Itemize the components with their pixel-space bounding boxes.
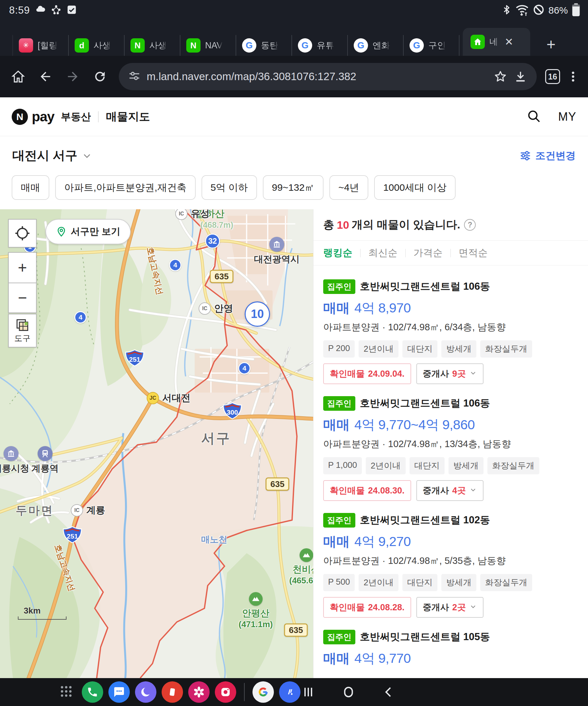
android-dock — [0, 678, 588, 706]
district-only-button[interactable]: 서구만 보기 — [45, 219, 131, 244]
map-tools-button[interactable]: 도구 — [8, 314, 37, 348]
dock-app-clipboard[interactable] — [162, 681, 183, 703]
naver-pay-logo[interactable]: N pay 부동산 — [12, 109, 91, 125]
listing-tag: 화장실두개 — [480, 340, 532, 358]
active-tab[interactable]: 네 ✕ — [463, 28, 530, 56]
confirm-date: 24.09.04. — [368, 369, 405, 379]
browser-tab[interactable]: G유튜 — [292, 35, 348, 56]
confirm-date: 24.08.30. — [368, 486, 405, 496]
tab-switcher-button[interactable]: 16 — [545, 69, 560, 84]
dock-app-flower[interactable] — [188, 681, 210, 703]
browser-tab[interactable]: NNAV — [181, 35, 236, 56]
sort-option[interactable]: 면적순 — [459, 246, 488, 260]
dock-app-camera[interactable] — [215, 681, 236, 703]
listing-title: 호반써밋그랜드센트럴 106동 — [360, 396, 490, 410]
confirmed-listing-button[interactable]: 확인매물24.08.28. — [323, 597, 411, 618]
search-icon[interactable] — [526, 109, 541, 125]
confirmed-listing-button[interactable]: 확인매물24.08.30. — [323, 480, 411, 501]
listing-tags: P 2002년이내대단지방세개화장실두개 — [323, 340, 578, 358]
nav-recents-button[interactable] — [299, 682, 318, 702]
dock-app-google[interactable] — [252, 681, 274, 703]
naver-logo-icon: N — [12, 109, 28, 125]
reload-icon[interactable] — [91, 68, 109, 86]
browser-tab[interactable]: G엔화 — [348, 35, 404, 56]
agents-button[interactable]: 중개사4곳 — [416, 480, 483, 501]
agent-count: 4곳 — [453, 485, 466, 497]
partial-tab[interactable] — [2, 35, 13, 56]
map[interactable]: 서구두마면갑하산(468.7m)매노천호남고속지선호남고속지선IC유성JC서대전… — [0, 209, 313, 678]
filter-chip[interactable]: 1000세대 이상 — [374, 175, 456, 200]
listing-item[interactable]: 집주인호반써밋그랜드센트럴 106동매매4억 9,770~4억 9,860아파트… — [323, 396, 578, 513]
listing-item[interactable]: 집주인호반써밋그랜드센트럴 105동매매4억 9,770 — [323, 630, 578, 678]
google-favicon: G — [354, 38, 368, 52]
browser-toolbar: m.land.naver.com/map/36.3081076:127.382 … — [0, 56, 588, 97]
dock-app-phone[interactable] — [82, 681, 103, 703]
my-menu[interactable]: MY — [558, 110, 576, 124]
summary-count: 10 — [337, 219, 349, 231]
agents-button[interactable]: 중개사9곳 — [416, 363, 483, 384]
browser-tab[interactable]: N사생 — [125, 35, 181, 56]
zoom-in-button[interactable]: + — [8, 252, 37, 283]
close-tab-icon[interactable]: ✕ — [503, 36, 515, 48]
main-content: 서구두마면갑하산(468.7m)매노천호남고속지선호남고속지선IC유성JC서대전… — [0, 209, 588, 678]
new-tab-button[interactable]: + — [538, 35, 564, 56]
filter-change-button[interactable]: 조건변경 — [519, 149, 576, 163]
download-icon[interactable] — [512, 68, 529, 85]
filter-chip[interactable]: 5억 이하 — [201, 175, 257, 200]
region-selector[interactable]: 대전시 서구 — [12, 147, 92, 164]
dock-app-internet[interactable] — [135, 681, 156, 703]
forward-icon[interactable] — [64, 68, 82, 86]
clock: 8:59 — [9, 5, 30, 16]
listing-buttons: 확인매물24.08.28.중개사2곳 — [323, 597, 578, 618]
app-drawer-button[interactable] — [59, 684, 73, 700]
nav-back-button[interactable] — [379, 682, 398, 702]
zoom-out-button[interactable]: − — [8, 283, 37, 313]
filter-chip[interactable]: 99~132㎡ — [263, 175, 323, 200]
map-scale: 3km — [18, 606, 67, 620]
dock-app-finance[interactable] — [279, 681, 301, 703]
bookmark-star-icon[interactable] — [492, 68, 509, 85]
realty-section-label[interactable]: 부동산 — [61, 110, 91, 124]
listing-tags: P 1,0002년이내대단지방세개화장실두개 — [323, 457, 578, 474]
confirmed-listing-button[interactable]: 확인매물24.09.04. — [323, 363, 411, 384]
sort-separator — [360, 249, 360, 257]
price-amount: 4억 9,770 — [354, 650, 411, 667]
filter-chip[interactable]: ~4년 — [329, 175, 368, 200]
district-only-label: 서구만 보기 — [71, 225, 120, 238]
filter-chip[interactable]: 매매 — [12, 175, 49, 200]
help-icon[interactable]: ? — [464, 219, 476, 231]
pink-favicon: ✳ — [19, 38, 33, 52]
browser-tab[interactable]: d사생 — [69, 35, 125, 56]
site-settings-icon[interactable] — [128, 70, 141, 84]
listing-cluster-marker[interactable]: 10 — [245, 302, 270, 327]
battery-icon — [572, 3, 580, 17]
my-location-button[interactable] — [8, 219, 37, 247]
back-icon[interactable] — [36, 68, 54, 86]
listing-title: 호반써밋그랜드센트럴 106동 — [360, 280, 490, 293]
agents-button[interactable]: 중개사2곳 — [416, 597, 483, 618]
browser-menu-icon[interactable] — [565, 68, 582, 85]
listing-item[interactable]: 집주인호반써밋그랜드센트럴 102동매매4억 9,270아파트분양권 · 102… — [323, 513, 578, 630]
browser-tab[interactable]: G구인 — [404, 35, 460, 56]
filter-chip[interactable]: 아파트,아파트분양권,재건축 — [55, 175, 196, 200]
listing-item[interactable]: 집주인호반써밋그랜드센트럴 106동매매4억 8,970아파트분양권 · 102… — [323, 279, 578, 396]
browser-tab[interactable]: G동탄 — [236, 35, 292, 56]
nav-home-button[interactable] — [339, 682, 358, 702]
owner-badge: 집주인 — [323, 513, 355, 527]
price-amount: 4억 8,970 — [354, 299, 411, 317]
minus-icon: − — [18, 290, 27, 306]
layers-icon — [15, 318, 30, 332]
sliders-icon — [519, 150, 532, 162]
dock-app-messages[interactable] — [108, 681, 130, 703]
url-field[interactable]: m.land.naver.com/map/36.3081076:127.382 — [119, 63, 537, 90]
browser-tab[interactable]: ✳[힐링 — [13, 35, 69, 56]
checkbox-notification-icon — [66, 4, 77, 16]
sort-option[interactable]: 랭킹순 — [323, 246, 352, 260]
listing-tag: 대단지 — [402, 574, 437, 591]
home-icon[interactable] — [9, 68, 27, 86]
sort-option[interactable]: 가격순 — [414, 246, 443, 260]
listings-list: 집주인호반써밋그랜드센트럴 106동매매4억 8,970아파트분양권 · 102… — [313, 265, 588, 678]
agent-label: 중개사 — [423, 485, 449, 497]
confirm-date: 24.08.28. — [368, 602, 405, 613]
sort-option[interactable]: 최신순 — [368, 246, 397, 260]
